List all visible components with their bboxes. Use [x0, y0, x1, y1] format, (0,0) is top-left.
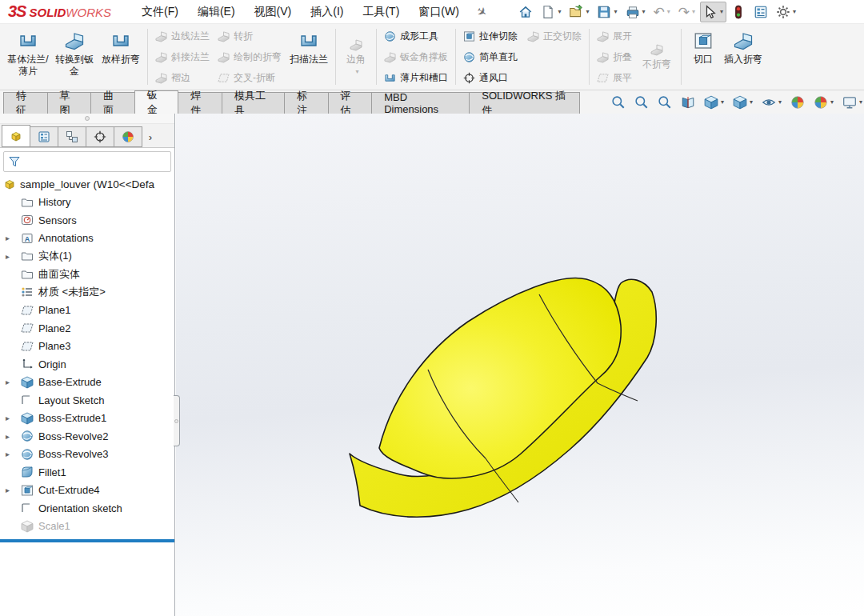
- new-document-button[interactable]: ▾: [538, 2, 564, 22]
- hem-button[interactable]: 褶边: [151, 68, 214, 88]
- forming-tool-button[interactable]: 成形工具: [380, 26, 452, 46]
- tree-item-fillet1[interactable]: Fillet1: [0, 463, 174, 482]
- edit-appearance-button[interactable]: [789, 94, 806, 111]
- miter-flange-button[interactable]: 斜接法兰: [151, 47, 214, 67]
- tree-item-boss-revolve2[interactable]: ▸ Boss-Revolve2: [0, 427, 174, 446]
- tab-configurationmanager[interactable]: [58, 126, 86, 147]
- lofted-bend-button[interactable]: 放样折弯: [98, 26, 144, 88]
- zoom-fit-button[interactable]: [610, 94, 627, 111]
- tab-markup[interactable]: 标注: [284, 92, 329, 114]
- dropdown-arrow-icon[interactable]: ▾: [355, 68, 358, 75]
- tab-and-slot-button[interactable]: 薄片和槽口: [380, 68, 452, 88]
- edge-flange-button[interactable]: 边线法兰: [151, 26, 214, 46]
- home-button[interactable]: [515, 2, 536, 22]
- dropdown-arrow-icon[interactable]: ▾: [667, 8, 670, 15]
- tree-item-material[interactable]: 材质 <未指定>: [0, 283, 174, 302]
- tab-mbd-dimensions[interactable]: MBD Dimensions: [371, 92, 470, 114]
- menu-tools[interactable]: 工具(T): [353, 1, 409, 23]
- tab-weldments[interactable]: 焊件: [178, 92, 222, 114]
- louver-model[interactable]: [176, 114, 864, 616]
- dropdown-arrow-icon[interactable]: ▾: [642, 8, 646, 15]
- unfold-button[interactable]: 展开: [593, 26, 636, 46]
- tab-features[interactable]: 特征: [3, 92, 48, 114]
- menu-file[interactable]: 文件(F): [132, 1, 188, 23]
- section-view-button[interactable]: [679, 94, 697, 111]
- undo-button[interactable]: ↶▾: [650, 2, 674, 22]
- extruded-cut-button[interactable]: 拉伸切除: [459, 26, 522, 46]
- menu-view[interactable]: 视图(V): [245, 1, 302, 23]
- pin-menu-icon[interactable]: ✈: [474, 3, 490, 21]
- dropdown-arrow-icon[interactable]: ▾: [793, 8, 796, 15]
- dropdown-arrow-icon[interactable]: ▾: [750, 98, 753, 106]
- menu-insert[interactable]: 插入(I): [301, 1, 353, 23]
- tab-mold-tools[interactable]: 模具工具: [222, 92, 285, 114]
- panel-tab-expand-button[interactable]: ›: [142, 126, 159, 147]
- insert-bends-button[interactable]: 插入折弯: [722, 26, 765, 88]
- menu-edit[interactable]: 编辑(E): [188, 1, 245, 23]
- tree-item-boss-extrude1[interactable]: ▸ Boss-Extrude1: [0, 410, 174, 428]
- display-style-button[interactable]: ▾: [702, 94, 726, 111]
- dropdown-arrow-icon[interactable]: ▾: [778, 98, 782, 106]
- performance-evaluation-button[interactable]: [728, 2, 749, 22]
- graphics-viewport[interactable]: [176, 114, 864, 616]
- tree-item-scale1[interactable]: Scale1: [0, 518, 174, 536]
- tree-item-plane3[interactable]: Plane3: [0, 338, 174, 356]
- tree-item-history[interactable]: History: [0, 194, 174, 212]
- tab-displaymanager[interactable]: [114, 126, 142, 147]
- expand-arrow-icon[interactable]: ▸: [6, 414, 14, 422]
- dropdown-arrow-icon[interactable]: ▾: [614, 8, 617, 15]
- convert-to-sheet-metal-button[interactable]: 转换到钣金: [51, 26, 98, 88]
- tree-item-cut-extrude4[interactable]: ▸ Cut-Extrude4: [0, 482, 174, 500]
- dropdown-arrow-icon[interactable]: ▾: [720, 8, 723, 15]
- view-settings-button[interactable]: ▾: [841, 94, 864, 111]
- dropdown-arrow-icon[interactable]: ▾: [692, 8, 695, 15]
- fold-button[interactable]: 折叠: [593, 47, 636, 67]
- corner-button[interactable]: 边角 ▾: [339, 26, 373, 88]
- redo-button[interactable]: ↷▾: [675, 2, 698, 22]
- tree-item-sensors[interactable]: Sensors: [0, 211, 174, 230]
- tree-item-plane1[interactable]: Plane1: [0, 302, 174, 320]
- sheet-metal-gusset-button[interactable]: 钣金角撑板: [380, 47, 452, 67]
- expand-arrow-icon[interactable]: ▸: [6, 432, 14, 441]
- select-tool-button[interactable]: ▾: [700, 2, 726, 22]
- panel-side-splitter[interactable]: [174, 395, 180, 446]
- swept-flange-button[interactable]: 扫描法兰: [286, 26, 332, 88]
- tab-solidworks-addins[interactable]: SOLIDWORKS 插件: [469, 92, 580, 114]
- tree-item-plane2[interactable]: Plane2: [0, 319, 174, 338]
- normal-cut-button[interactable]: 正交切除: [523, 26, 586, 46]
- previous-view-button[interactable]: [656, 94, 674, 111]
- expand-arrow-icon[interactable]: ▸: [6, 486, 14, 494]
- tree-item-annotations[interactable]: ▸ Annotations: [0, 230, 174, 248]
- view-orientation-button[interactable]: ▾: [731, 94, 754, 111]
- dropdown-arrow-icon[interactable]: ▾: [558, 8, 561, 15]
- hide-show-items-button[interactable]: ▾: [760, 94, 783, 111]
- tree-item-boss-revolve3[interactable]: ▸ Boss-Revolve3: [0, 446, 174, 464]
- tree-item-orientation-sketch[interactable]: Orientation sketch: [0, 499, 174, 518]
- tree-item-solid-bodies[interactable]: ▸ 实体(1): [0, 247, 174, 266]
- tab-propertymanager[interactable]: [30, 126, 58, 147]
- save-button[interactable]: ▾: [594, 2, 620, 22]
- sketched-bend-button[interactable]: 绘制的折弯: [214, 47, 286, 67]
- tree-item-origin[interactable]: Origin: [0, 355, 174, 374]
- tab-dimxpertmanager[interactable]: [86, 126, 114, 147]
- options-list-button[interactable]: [750, 2, 771, 22]
- tab-featuremanager-tree[interactable]: [2, 125, 30, 147]
- base-flange-button[interactable]: 基体法兰/薄片: [5, 26, 51, 88]
- apply-scene-button[interactable]: ▾: [812, 94, 835, 111]
- tree-filter-input[interactable]: [3, 151, 171, 172]
- tab-surfaces[interactable]: 曲面: [90, 92, 135, 114]
- rip-button[interactable]: 切口: [685, 26, 722, 88]
- rollback-bar[interactable]: [0, 539, 174, 542]
- dropdown-arrow-icon[interactable]: ▾: [830, 98, 834, 106]
- vent-button[interactable]: 通风口: [459, 68, 586, 88]
- tree-root-part[interactable]: sample_louver (W10<<Defa: [0, 175, 174, 194]
- no-bends-button[interactable]: 不折弯: [636, 26, 678, 88]
- settings-button[interactable]: ▾: [773, 2, 799, 22]
- jog-button[interactable]: 转折: [214, 26, 286, 46]
- cross-break-button[interactable]: 交叉-折断: [214, 68, 286, 88]
- tab-sketch[interactable]: 草图: [47, 92, 92, 114]
- louver-dome-face[interactable]: [379, 278, 621, 478]
- tab-sheet-metal[interactable]: 钣金: [134, 90, 179, 114]
- tree-item-surface-bodies[interactable]: 曲面实体: [0, 266, 174, 284]
- flatten-button[interactable]: 展平: [593, 68, 636, 88]
